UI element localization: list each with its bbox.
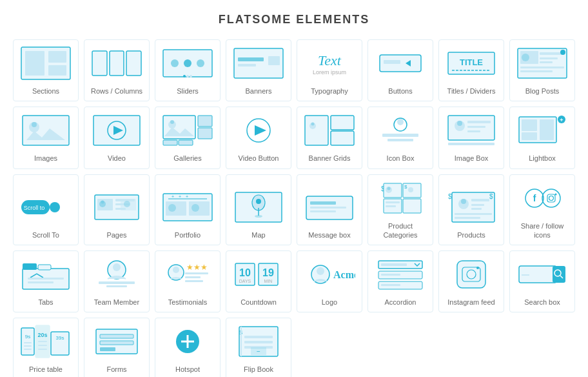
item-sections[interactable]: Sections — [13, 39, 79, 101]
item-portfolio[interactable]: + + + Portfolio — [155, 174, 220, 246]
page-title: FLATSOME ELEMENTS — [6, 13, 582, 26]
item-titles-dividers-label: Titles / Dividers — [447, 87, 496, 96]
item-scroll-to-label: Scroll To — [32, 230, 59, 239]
svg-text:TITLE: TITLE — [460, 57, 483, 67]
item-titles-dividers[interactable]: TITLE Titles / Dividers — [438, 39, 504, 101]
svg-rect-45 — [179, 140, 193, 145]
item-flip-book-label: Flip Book — [244, 365, 273, 374]
item-blog-posts[interactable]: Blog Posts — [509, 39, 575, 101]
svg-rect-186 — [244, 336, 273, 338]
item-testimonials-label: Testimonials — [168, 298, 208, 307]
svg-rect-61 — [467, 130, 480, 132]
item-icon-box[interactable]: Icon Box — [368, 107, 433, 168]
item-banner-grids-label: Banner Grids — [309, 154, 351, 163]
item-sliders[interactable]: Sliders — [155, 39, 220, 101]
svg-text:+: + — [172, 194, 174, 199]
item-galleries[interactable]: Galleries — [155, 107, 220, 168]
svg-rect-96 — [310, 207, 346, 209]
item-message-box-label: Message box — [308, 230, 350, 239]
svg-rect-16 — [238, 64, 256, 66]
item-map[interactable]: Map — [226, 174, 291, 246]
svg-rect-129 — [28, 281, 54, 283]
item-price-table[interactable]: 9s 20s 39s Price table — [13, 318, 79, 377]
svg-point-9 — [184, 59, 191, 67]
item-banner-grids[interactable]: Banner Grids — [297, 107, 362, 168]
item-sections-label: Sections — [32, 87, 59, 96]
svg-point-160 — [476, 267, 479, 269]
item-tabs[interactable]: Tabs — [13, 250, 79, 312]
svg-rect-31 — [520, 66, 564, 68]
item-forms[interactable]: Forms — [84, 318, 150, 377]
svg-point-51 — [311, 123, 315, 126]
svg-rect-95 — [310, 201, 336, 205]
svg-rect-49 — [331, 131, 354, 145]
svg-rect-30 — [540, 61, 553, 63]
svg-rect-116 — [455, 213, 492, 215]
item-images[interactable]: Images — [13, 107, 79, 168]
svg-text:Acme: Acme — [333, 269, 355, 280]
item-price-table-label: Price table — [29, 365, 63, 374]
svg-rect-171 — [24, 342, 32, 343]
item-search-box[interactable]: Search box — [509, 250, 575, 312]
svg-rect-43 — [198, 128, 212, 139]
svg-text:$: $ — [448, 193, 452, 200]
item-products[interactable]: $ $ Products — [438, 174, 504, 246]
item-buttons[interactable]: Buttons — [368, 39, 433, 101]
item-product-categories[interactable]: $ $ Product Categories — [368, 174, 433, 246]
item-rows-columns-label: Rows / Columns — [91, 87, 142, 96]
item-image-box-label: Image Box — [455, 154, 489, 163]
item-video[interactable]: Video — [84, 107, 150, 168]
item-flip-book[interactable]: $ − Flip Book — [226, 318, 291, 377]
svg-point-89 — [191, 204, 199, 212]
svg-text:−: − — [257, 348, 260, 355]
svg-point-131 — [113, 263, 121, 271]
item-hotspot[interactable]: Hotspot — [155, 318, 220, 377]
item-blog-posts-label: Blog Posts — [525, 87, 560, 96]
item-tabs-label: Tabs — [38, 298, 53, 307]
item-countdown-label: Countdown — [240, 298, 277, 307]
svg-rect-128 — [28, 278, 64, 280]
svg-point-58 — [457, 121, 462, 126]
svg-point-149 — [317, 267, 324, 275]
svg-point-27 — [522, 54, 529, 61]
item-share-follow-icons[interactable]: f Share / follow icons — [509, 174, 575, 246]
item-team-member[interactable]: Team Member — [84, 250, 150, 312]
svg-rect-126 — [23, 263, 37, 270]
item-scroll-to[interactable]: Scroll to Scroll To — [13, 174, 79, 246]
svg-text:f: f — [533, 193, 536, 203]
item-accordion[interactable]: Accordion — [368, 250, 433, 312]
svg-rect-60 — [467, 126, 485, 128]
item-pages[interactable]: Pages — [84, 174, 150, 246]
svg-rect-21 — [384, 60, 400, 64]
item-instagram-feed[interactable]: Instagram feed — [438, 250, 504, 312]
svg-rect-48 — [331, 116, 354, 130]
svg-text:★: ★ — [193, 263, 201, 272]
svg-point-53 — [397, 119, 404, 125]
svg-rect-139 — [185, 272, 208, 274]
svg-rect-127 — [38, 265, 51, 270]
item-image-box[interactable]: Image Box — [438, 107, 504, 168]
svg-rect-165 — [21, 328, 34, 355]
item-galleries-label: Galleries — [173, 154, 201, 163]
svg-point-13 — [190, 75, 192, 77]
svg-text:★: ★ — [201, 263, 208, 272]
item-pages-label: Pages — [106, 230, 126, 239]
item-lightbox-label: Lightbox — [529, 154, 556, 163]
item-lightbox[interactable]: + Lightbox — [509, 107, 575, 168]
item-typography[interactable]: Text Lorem ipsum Typography — [297, 39, 362, 101]
item-banners[interactable]: Banners — [226, 39, 291, 101]
item-countdown[interactable]: 10 DAYS 19 MIN Countdown — [226, 250, 291, 312]
item-rows-columns[interactable]: Rows / Columns — [84, 39, 150, 101]
svg-rect-157 — [457, 261, 485, 288]
svg-rect-140 — [185, 276, 201, 278]
svg-rect-114 — [471, 204, 484, 206]
svg-rect-179 — [100, 341, 133, 345]
item-message-box[interactable]: Message box — [297, 174, 362, 246]
svg-point-8 — [171, 59, 179, 67]
svg-rect-29 — [540, 57, 558, 59]
item-video-button[interactable]: Video Button — [226, 107, 291, 168]
item-testimonials[interactable]: ★ ★ ★ Testimonials — [155, 250, 220, 312]
svg-point-104 — [408, 187, 413, 192]
item-logo[interactable]: Acme Logo — [297, 250, 362, 312]
svg-text:+: + — [186, 194, 188, 199]
